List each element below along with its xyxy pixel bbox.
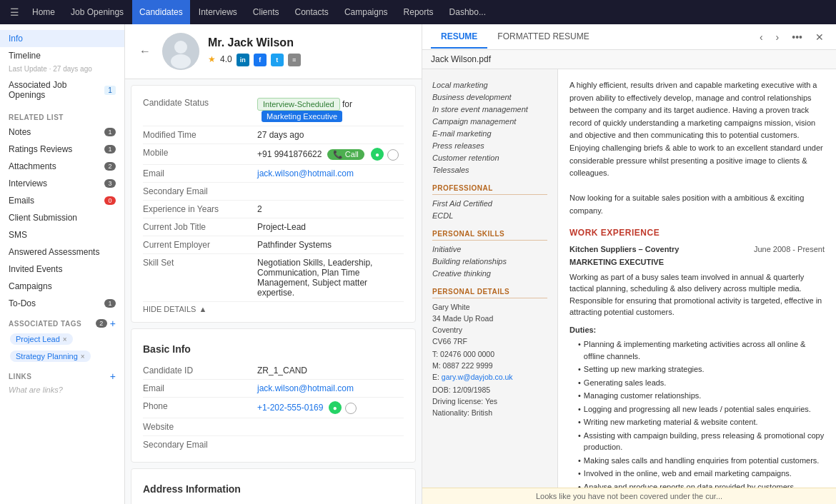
tag-project-lead: Project Lead ×: [10, 333, 73, 345]
nav-candidates[interactable]: Candidates: [132, 0, 190, 24]
tab-resume[interactable]: RESUME: [431, 26, 487, 49]
sidebar-item-associated-job-openings[interactable]: Associated Job Openings 1: [0, 76, 124, 104]
next-button[interactable]: ›: [772, 29, 783, 45]
remove-tag-project-lead[interactable]: ×: [63, 336, 67, 343]
work-exp-header: WORK EXPERIENCE: [569, 226, 825, 239]
modified-time-label: Modified Time: [143, 130, 257, 140]
sidebar-item-answered-assessments[interactable]: Answered Assessments: [0, 243, 124, 261]
nav-home[interactable]: Home: [25, 0, 62, 24]
basic-email-row: Email jack.wilson@hotmail.com: [143, 380, 404, 398]
sidebar-ratings-label: Ratings Reviews: [9, 144, 72, 154]
nav-reports[interactable]: Reports: [397, 0, 441, 24]
associated-tags-header: ASSOCIATED TAGS: [9, 320, 81, 328]
nav-campaigns[interactable]: Campaigns: [337, 0, 395, 24]
skill-set-value: Negotiation Skills, Leadership, Communic…: [257, 258, 404, 298]
whatsapp-icon[interactable]: ●: [371, 148, 384, 161]
sidebar-assoc-jobs-label: Associated Job Openings: [9, 80, 100, 100]
sidebar-item-timeline[interactable]: Timeline Last Update · 27 days ago: [0, 47, 124, 76]
document-icon[interactable]: ≡: [288, 54, 301, 66]
add-link-icon[interactable]: +: [110, 371, 116, 382]
prev-button[interactable]: ‹: [756, 29, 767, 45]
professional-item: First Aid Certified: [432, 199, 547, 208]
person-nationality: Nationality: British: [432, 408, 547, 417]
sidebar-todos-label: To-Dos: [9, 298, 36, 308]
basic-phone-value: +1-202-555-0169 ● ✆: [257, 401, 404, 414]
sidebar-item-interviews[interactable]: Interviews 3: [0, 175, 124, 192]
resume-filename: Jack Wilson.pdf: [422, 50, 836, 69]
job-title-row: Current Job Title Project-Lead: [143, 218, 404, 236]
mobile-row: Mobile +91 9941876622 📞 Call ● ✆: [143, 144, 404, 165]
sidebar-item-invited-events[interactable]: Invited Events: [0, 261, 124, 278]
sidebar-item-ratings-reviews[interactable]: Ratings Reviews 1: [0, 141, 124, 158]
resume-personal-skills-list: InitiativeBuilding relationshipsCreative…: [432, 245, 547, 278]
phone-call-icon[interactable]: ✆: [345, 403, 357, 414]
sidebar-timeline-update: Last Update · 27 days ago: [9, 65, 92, 73]
duty-item: Logging and progressing all new leads / …: [578, 403, 825, 415]
mobile-label: Mobile: [143, 148, 257, 158]
close-button[interactable]: ✕: [812, 29, 827, 45]
tab-formatted-resume[interactable]: FORMATTED RESUME: [487, 26, 599, 49]
profile-rating: ★ 4.0 in f t ≡: [208, 51, 410, 66]
sidebar-emails-label: Emails: [9, 196, 34, 206]
more-options-button[interactable]: •••: [788, 29, 806, 45]
professional-header: PROFESSIONAL: [432, 184, 547, 195]
basic-email-label: Email: [143, 383, 257, 393]
sidebar-ratings-count: 1: [104, 145, 116, 153]
duty-item: Planning & implementing marketing activi…: [578, 338, 825, 362]
add-tag-icon[interactable]: +: [110, 318, 116, 329]
back-button[interactable]: ←: [136, 42, 154, 61]
sidebar-sms-label: SMS: [9, 230, 27, 240]
sidebar-assoc-jobs-count: 1: [104, 86, 116, 95]
nav-interviews[interactable]: Interviews: [191, 0, 244, 24]
sidebar-item-campaigns[interactable]: Campaigns: [0, 278, 124, 295]
person-mobile: M: 0887 222 9999: [432, 361, 547, 370]
person-driving: Driving license: Yes: [432, 397, 547, 405]
remove-tag-strategy-planning[interactable]: ×: [81, 353, 85, 361]
resume-skill-item: Local marketing: [432, 81, 547, 89]
basic-secondary-email-label: Secondary Email: [143, 440, 257, 450]
nav-dashboard[interactable]: Dashbo...: [442, 0, 493, 24]
candidate-id-label: Candidate ID: [143, 366, 257, 376]
sidebar-notes-label: Notes: [9, 127, 31, 137]
sidebar-item-notes[interactable]: Notes 1: [0, 124, 124, 141]
candidate-status-row: Candidate Status Interview-Scheduled for…: [143, 94, 404, 126]
sidebar-attachments-label: Attachments: [9, 161, 56, 171]
candidate-id-row: Candidate ID ZR_1_CAND: [143, 362, 404, 380]
sidebar-item-todos[interactable]: To-Dos 1: [0, 295, 124, 312]
resume-skills-list: Local marketingBusiness developmentIn st…: [432, 81, 547, 174]
sidebar-item-info[interactable]: Info: [0, 30, 124, 47]
address-title: Address Information: [143, 478, 404, 495]
sidebar-interviews-label: Interviews: [9, 178, 47, 188]
sidebar-campaigns-label: Campaigns: [9, 281, 52, 291]
sidebar-item-emails[interactable]: Emails 0: [0, 192, 124, 209]
secondary-email-label: Secondary Email: [143, 186, 257, 196]
call-button[interactable]: 📞 Call: [327, 149, 364, 160]
resume-professional-list: First Aid CertifiedECDL: [432, 199, 547, 220]
sidebar-item-attachments[interactable]: Attachments 2: [0, 158, 124, 175]
twitter-icon[interactable]: t: [271, 54, 284, 66]
resume-skill-item: Telessales: [432, 166, 547, 174]
phone-whatsapp-icon[interactable]: ●: [329, 401, 342, 414]
sidebar-item-client-submission[interactable]: Client Submission: [0, 209, 124, 226]
nav-job-openings[interactable]: Job Openings: [64, 0, 131, 24]
menu-icon[interactable]: ☰: [6, 6, 24, 18]
sidebar-answered-assessments-label: Answered Assessments: [9, 247, 99, 257]
social-icons: in f t ≡: [237, 54, 301, 66]
sidebar-item-sms[interactable]: SMS: [0, 226, 124, 243]
basic-website-label: Website: [143, 422, 257, 432]
rating-stars: ★: [208, 54, 216, 64]
linkedin-icon[interactable]: in: [237, 54, 249, 66]
phone-alt-icon[interactable]: ✆: [387, 149, 399, 161]
mobile-value: +91 9941876622 📞 Call ● ✆: [257, 148, 404, 161]
basic-email-value[interactable]: jack.wilson@hotmail.com: [257, 383, 404, 393]
resume-skill-item: Business development: [432, 93, 547, 101]
nav-contacts[interactable]: Contacts: [288, 0, 336, 24]
personal-skills-header: PERSONAL SKILLS: [432, 230, 547, 241]
nav-clients[interactable]: Clients: [246, 0, 287, 24]
facebook-icon[interactable]: f: [254, 54, 267, 66]
email-value[interactable]: jack.wilson@hotmail.com: [257, 168, 404, 178]
bottom-notice: Looks like you have not been covered und…: [422, 488, 836, 504]
duty-item: Analyse and produce reports on data prov…: [578, 481, 825, 488]
hide-details-toggle[interactable]: HIDE DETAILS ▲: [143, 305, 404, 313]
duty-item: Managing customer relationships.: [578, 390, 825, 402]
